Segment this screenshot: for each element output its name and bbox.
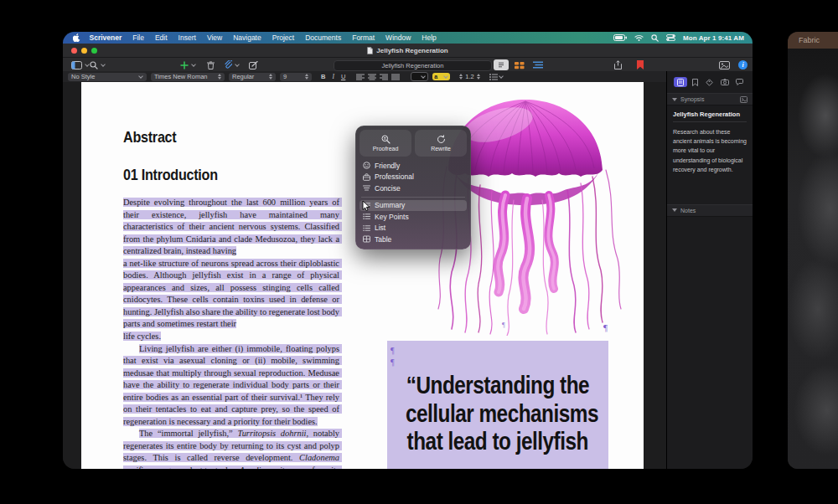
menu-item-project[interactable]: Project	[266, 32, 299, 44]
writing-tools-friendly[interactable]: Friendly	[360, 160, 467, 172]
background-app-window[interactable]: Fabric F	[788, 32, 838, 469]
chevron-down-icon[interactable]	[235, 63, 240, 67]
media-icon[interactable]	[717, 61, 732, 69]
mac-screen: Scrivener File Edit Insert View Navigate…	[63, 32, 753, 469]
synopsis-text[interactable]: Research about these ancient animals is …	[673, 127, 747, 174]
menu-divider	[361, 197, 465, 198]
writing-tools-summary[interactable]: Summary	[360, 200, 467, 212]
font-size-field[interactable]: 9	[280, 73, 312, 81]
align-justify-icon[interactable]	[391, 74, 400, 80]
close-window-button[interactable]	[71, 48, 77, 54]
list-style-button[interactable]	[489, 74, 504, 80]
synopsis-image-toggle-icon[interactable]	[740, 96, 747, 103]
body-text-column[interactable]: Despite evolving throughout the last 600…	[123, 197, 339, 469]
tab-bookmarks-icon[interactable]	[688, 77, 701, 87]
paperclip-icon[interactable]	[222, 60, 234, 69]
writing-tools-table[interactable]: Table	[360, 234, 467, 245]
menu-item-view[interactable]: View	[201, 32, 227, 44]
format-bar: No Style Times New Roman Regular 9 B I U…	[63, 71, 671, 83]
font-variant-dropdown[interactable]: Regular	[229, 73, 276, 81]
heading-introduction[interactable]: 01 Introduction	[123, 166, 235, 184]
desktop-background: Scrivener File Edit Insert View Navigate…	[0, 0, 838, 504]
chevron-down-icon	[139, 75, 143, 79]
proofread-button[interactable]: Proofread	[360, 130, 411, 157]
align-center-icon[interactable]	[368, 74, 376, 80]
line-spacing-control[interactable]: 1.2	[459, 73, 479, 80]
inspector-tab-bar	[667, 71, 753, 93]
control-center-icon[interactable]	[666, 34, 675, 41]
menu-item-format[interactable]: Format	[347, 32, 380, 44]
paragraph[interactable]: The “immortal jellyfish,” Turritopsis do…	[123, 428, 339, 469]
pull-quote-text[interactable]: “Understanding the cellular mechanisms t…	[387, 372, 608, 456]
stepper-icon	[305, 74, 308, 80]
window-title-bar[interactable]: Jellyfish Regeneration	[63, 44, 753, 58]
pilcrow-mark: ¶	[391, 357, 608, 368]
paragraph[interactable]: Despite evolving throughout the last 600…	[123, 197, 339, 343]
editor-header-title-field[interactable]: Jellyfish Regeneration	[334, 60, 492, 71]
menu-item-help[interactable]: Help	[416, 32, 442, 44]
inspector-info-button[interactable]: i	[738, 60, 747, 69]
stepper-icon	[269, 74, 272, 80]
chevron-down-icon	[444, 75, 448, 79]
synopsis-card[interactable]: Jellyfish Regeneration Research about th…	[667, 105, 753, 183]
minimize-window-button[interactable]	[81, 48, 87, 54]
writing-tools-list[interactable]: List	[360, 223, 467, 234]
disclosure-triangle-icon	[672, 208, 677, 212]
highlight-color-button[interactable]: a	[432, 73, 450, 80]
pilcrow-mark: ¶	[391, 345, 608, 357]
bold-button[interactable]: B	[321, 73, 325, 80]
bookmark-icon[interactable]	[637, 60, 644, 69]
battery-icon[interactable]	[613, 34, 627, 41]
text-color-button[interactable]	[411, 72, 428, 81]
mouse-cursor	[362, 200, 371, 212]
document-icon	[367, 47, 373, 54]
outline-view-button[interactable]	[530, 59, 546, 70]
menu-item-window[interactable]: Window	[380, 32, 416, 44]
align-right-icon[interactable]	[380, 74, 388, 80]
chevron-down-icon[interactable]	[101, 63, 106, 67]
tab-comments-icon[interactable]	[732, 77, 746, 87]
chevron-down-icon[interactable]	[192, 63, 196, 67]
style-dropdown[interactable]: No Style	[68, 73, 147, 81]
menu-item-insert[interactable]: Insert	[173, 32, 201, 44]
trash-icon[interactable]	[205, 61, 216, 69]
pull-quote-block[interactable]: ¶ ¶ “Understanding the cellular mechanis…	[387, 341, 608, 469]
heading-abstract[interactable]: Abstract	[123, 128, 186, 147]
writing-tools-professional[interactable]: Professional	[360, 172, 467, 183]
compose-icon[interactable]	[247, 61, 260, 69]
document-view-button[interactable]	[494, 59, 509, 70]
search-icon[interactable]	[88, 61, 100, 69]
notes-section-header[interactable]: Notes	[667, 204, 753, 217]
synopsis-title[interactable]: Jellyfish Regeneration	[673, 111, 747, 122]
tab-metadata-icon[interactable]	[703, 77, 716, 87]
menu-item-navigate[interactable]: Navigate	[228, 32, 267, 44]
menu-item-scrivener[interactable]: Scrivener	[84, 32, 127, 44]
apple-logo-icon[interactable]	[71, 33, 82, 42]
paragraph[interactable]: Living jellyfish are either (i) immobile…	[123, 343, 339, 429]
wifi-icon[interactable]	[634, 34, 644, 41]
writing-tools-key-points[interactable]: Key Points	[360, 211, 467, 223]
menu-item-documents[interactable]: Documents	[300, 32, 347, 44]
concise-lines-icon	[363, 184, 370, 192]
tab-notes-icon[interactable]	[674, 77, 687, 87]
spotlight-search-icon[interactable]	[651, 34, 659, 42]
synopsis-section-header[interactable]: Synopsis	[667, 93, 753, 105]
underline-button[interactable]: U	[341, 73, 345, 80]
zoom-window-button[interactable]	[91, 48, 97, 54]
share-icon[interactable]	[613, 60, 623, 69]
italic-button[interactable]: I	[332, 73, 334, 80]
window-title: Jellyfish Regeneration	[376, 47, 447, 54]
menu-bar-clock[interactable]: Mon Apr 1 9:41 AM	[683, 34, 744, 42]
writing-tools-concise[interactable]: Concise	[360, 183, 467, 194]
add-item-icon[interactable]	[178, 61, 190, 69]
tab-fabric[interactable]: Fabric	[799, 36, 820, 44]
rewrite-button[interactable]: Rewrite	[415, 130, 467, 157]
bullet-list-icon	[363, 224, 370, 232]
font-dropdown[interactable]: Times New Roman	[151, 73, 225, 81]
align-left-icon[interactable]	[356, 74, 365, 80]
binder-toggle-icon[interactable]	[70, 61, 84, 69]
menu-item-edit[interactable]: Edit	[149, 32, 173, 44]
corkboard-view-button[interactable]	[512, 59, 527, 70]
menu-item-file[interactable]: File	[127, 32, 150, 44]
tab-snapshots-icon[interactable]	[718, 77, 732, 87]
